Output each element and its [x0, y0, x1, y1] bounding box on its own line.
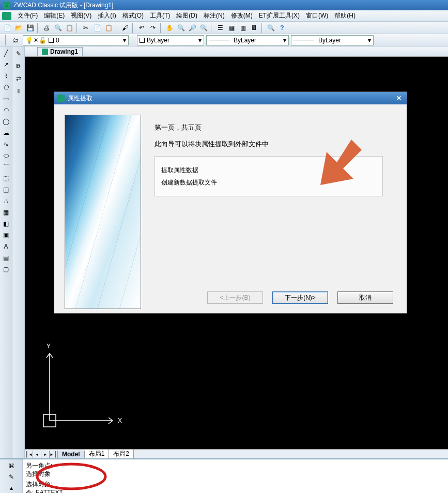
table-icon[interactable]: ▤ — [2, 253, 11, 263]
ellipse-arc-icon[interactable]: ⌒ — [2, 162, 11, 172]
menu-window[interactable]: 窗口(W) — [303, 10, 331, 21]
layer-manager-icon[interactable]: 🗂 — [10, 35, 21, 45]
separator — [116, 23, 118, 33]
tool-palette-icon[interactable]: ▥ — [238, 23, 248, 33]
command-toolbar: ⌘ ✎ ▴ ▾ — [0, 459, 23, 493]
draw-toolbar: ╱ ↗ ⌇ ⬠ ▭ ◠ ◯ ☁ ∿ ⬭ ⌒ ⬚ ◫ ∴ ▦ ◧ ▣ A ▤ ▢ — [0, 47, 12, 458]
menu-help[interactable]: 帮助(H) — [331, 10, 359, 21]
pline-icon[interactable]: ⌇ — [2, 71, 11, 81]
cmd-history-icon[interactable]: ⌘ — [6, 461, 17, 470]
copy-obj-icon[interactable]: ⧉ — [13, 61, 24, 71]
insert-icon[interactable]: ⬚ — [2, 174, 11, 183]
cut-icon[interactable]: ✂ — [81, 23, 91, 33]
chevron-down-icon: ▾ — [198, 37, 202, 44]
cancel-button[interactable]: 取消 — [337, 291, 393, 304]
command-panel: ⌘ ✎ ▴ ▾ 另一角点: 选择对象 选择对象: 令: EATTEXT — [0, 458, 448, 493]
layout-tab-2[interactable]: 布局2 — [109, 450, 134, 458]
dialog-icon — [57, 95, 65, 102]
command-text[interactable]: 另一角点: 选择对象 选择对象: 令: EATTEXT — [23, 459, 448, 493]
text-icon[interactable]: A — [2, 242, 11, 251]
cmd-line: 选择对象: — [26, 480, 445, 488]
tab-nav-last[interactable]: ▸| — [50, 451, 58, 458]
print-icon[interactable]: 🖨 — [41, 23, 52, 33]
lineweight-combo[interactable]: ByLayer ▾ — [291, 35, 374, 45]
design-center-icon[interactable]: ▦ — [226, 23, 237, 33]
menu-tools[interactable]: 工具(T) — [147, 10, 173, 21]
paste-icon[interactable]: 📋 — [103, 23, 114, 33]
revcloud-icon[interactable]: ☁ — [2, 128, 11, 137]
menu-file[interactable]: 文件(F) — [14, 10, 41, 21]
xline-icon[interactable]: ↗ — [2, 60, 11, 69]
app-menu-icon[interactable] — [2, 12, 11, 20]
wizard-step-heading: 第一页，共五页 — [155, 123, 396, 132]
tab-nav-prev[interactable]: ◂ — [33, 451, 41, 458]
polygon-icon[interactable]: ⬠ — [2, 83, 11, 92]
offset-icon[interactable]: ⫴ — [13, 86, 24, 96]
region-icon[interactable]: ▣ — [2, 230, 11, 240]
menu-draw[interactable]: 绘图(D) — [173, 10, 200, 21]
wizard-description: 此向导可以将块属性提取到外部文件中 — [155, 140, 396, 149]
spline-icon[interactable]: ∿ — [2, 140, 11, 149]
wipeout-icon[interactable]: ▢ — [2, 265, 11, 274]
menu-dim[interactable]: 标注(N) — [200, 10, 228, 21]
rectangle-icon[interactable]: ▭ — [2, 94, 11, 103]
circle-icon[interactable]: ◯ — [2, 117, 11, 126]
menu-view[interactable]: 视图(V) — [68, 10, 95, 21]
menu-edit[interactable]: 编辑(E) — [41, 10, 68, 21]
redo-icon[interactable]: ↷ — [148, 23, 158, 33]
close-icon[interactable]: ✕ — [394, 94, 404, 102]
open-icon[interactable]: 📂 — [13, 23, 24, 33]
layout-tab-model[interactable]: Model — [58, 451, 85, 458]
option-create-new[interactable]: 创建新数据提取文件 — [161, 176, 376, 189]
color-value: ByLayer — [147, 37, 169, 44]
publish-icon[interactable]: 📋 — [64, 23, 74, 33]
line-icon[interactable]: ╱ — [2, 49, 11, 58]
cmd-line: 令: EATTEXT — [26, 488, 445, 493]
undo-icon[interactable]: ↶ — [136, 23, 147, 33]
linetype-combo[interactable]: ByLayer ▾ — [206, 35, 289, 45]
calc-icon[interactable]: 🖩 — [249, 23, 259, 33]
new-icon[interactable]: 📄 — [2, 23, 12, 33]
save-icon[interactable]: 💾 — [25, 23, 35, 33]
erase-icon[interactable]: ✎ — [13, 49, 24, 59]
dialog-titlebar[interactable]: 属性提取 ✕ — [54, 92, 407, 104]
sun-icon: ☀ — [33, 37, 39, 44]
ellipse-icon[interactable]: ⬭ — [2, 151, 11, 160]
tab-nav-first[interactable]: |◂ — [25, 451, 33, 458]
gradient-icon[interactable]: ◧ — [2, 219, 11, 228]
menu-insert[interactable]: 插入(I) — [95, 10, 119, 21]
preview-icon[interactable]: 🔍 — [53, 23, 63, 33]
next-button[interactable]: 下一步(N)> — [272, 291, 328, 304]
separator — [132, 23, 134, 33]
cmd-line: 选择对象 — [26, 470, 445, 478]
properties-icon[interactable]: ☰ — [215, 23, 225, 33]
layer-combo[interactable]: 💡 ☀ 🔓 0 ▾ — [23, 35, 129, 45]
zoom-prev-icon[interactable]: 🔍 — [198, 23, 209, 33]
hatch-icon[interactable]: ▦ — [2, 208, 11, 217]
menu-format[interactable]: 格式(O) — [119, 10, 147, 21]
cmd-up-icon[interactable]: ▴ — [6, 483, 17, 492]
point-icon[interactable]: ∴ — [2, 196, 11, 206]
mirror-icon[interactable]: ⇄ — [13, 73, 24, 84]
color-combo[interactable]: ByLayer ▾ — [137, 35, 204, 45]
block-icon[interactable]: ◫ — [2, 185, 11, 194]
document-tab[interactable]: Drawing1 — [37, 47, 83, 56]
pan-icon[interactable]: ✋ — [164, 23, 175, 33]
arc-icon[interactable]: ◠ — [2, 105, 11, 115]
option-extract[interactable]: 提取属性数据 — [161, 164, 376, 176]
tab-nav-next[interactable]: ▸ — [41, 451, 50, 458]
cmd-clear-icon[interactable]: ✎ — [6, 472, 17, 481]
color-swatch — [140, 38, 145, 43]
menu-et[interactable]: ET扩展工具(X) — [256, 10, 303, 21]
zoom-rt-icon[interactable]: 🔍 — [176, 23, 186, 33]
document-tab-label: Drawing1 — [50, 48, 78, 55]
layout-tab-1[interactable]: 布局1 — [85, 450, 110, 458]
match-icon[interactable]: 🖌 — [120, 23, 130, 33]
zoom-ext-icon[interactable]: 🔍 — [266, 23, 276, 33]
copy-icon[interactable]: 📄 — [92, 23, 102, 33]
zoom-win-icon[interactable]: 🔎 — [187, 23, 197, 33]
help-icon[interactable]: ? — [277, 23, 287, 33]
drawing-icon — [42, 49, 48, 55]
chevron-down-icon: ▾ — [123, 37, 126, 44]
menu-modify[interactable]: 修改(M) — [228, 10, 256, 21]
